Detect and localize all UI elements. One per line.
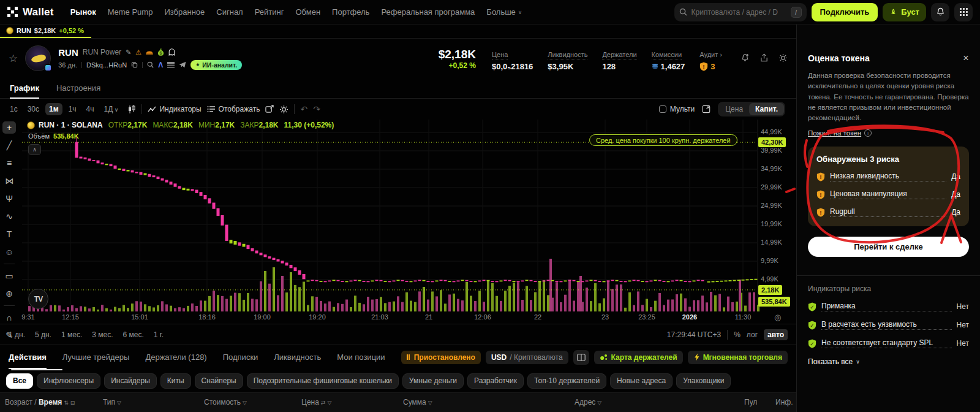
share-icon[interactable] — [760, 53, 769, 63]
text-tool[interactable]: T — [2, 228, 16, 240]
edit-icon[interactable]: ✎ — [126, 49, 131, 56]
filter-chip[interactable]: Подозрительные фишинговые кошельки — [247, 373, 399, 389]
filter-chip[interactable]: Упаковщики — [676, 373, 731, 389]
watchlist-star-icon[interactable]: ☆ — [9, 52, 18, 65]
candle-style-button[interactable] — [127, 105, 136, 114]
column-header-Пул[interactable]: Пул — [744, 398, 757, 406]
close-icon[interactable]: × — [963, 53, 969, 63]
filter-chip[interactable]: Топ-10 держателей — [527, 373, 606, 389]
nav-item-Рейтинг[interactable]: Рейтинг — [255, 7, 284, 17]
token-tab-run[interactable]: RUN $2,18K +0,52 % — [0, 25, 91, 38]
nav-item-Реферальная программа[interactable]: Реферальная программа — [381, 7, 475, 17]
notifications-button[interactable] — [931, 3, 949, 21]
token-address[interactable]: DSkq...HRuN — [86, 61, 127, 69]
channels-tool[interactable]: ≡ — [2, 157, 16, 169]
pitchfork-tool[interactable]: Ψ — [2, 193, 16, 205]
go-to-trade-button[interactable]: Перейти к сделке — [808, 237, 969, 257]
range-5 дн.[interactable]: 5 дн. — [35, 330, 51, 339]
nav-item-Рынок[interactable]: Рынок — [70, 7, 96, 17]
currency-toggle[interactable]: USD / Криптовалюта — [486, 351, 568, 364]
bottom-tab-Держатели (128)[interactable]: Держатели (128) — [145, 345, 206, 369]
tab-Настроения[interactable]: Настроения — [56, 78, 100, 98]
timeframe-1м[interactable]: 1м — [45, 103, 62, 115]
emoji-tool[interactable]: ☺ — [2, 246, 16, 258]
toggle-cap[interactable]: Капит. — [749, 103, 784, 115]
indicator-label[interactable]: Не соответствует стандарту SPL — [821, 338, 952, 348]
instant-trade-button[interactable]: Мгновенная торговля — [688, 351, 788, 364]
reset-scale-icon[interactable]: ◎ — [774, 313, 781, 322]
undo-button[interactable]: ↶ — [300, 104, 307, 114]
indicator-label[interactable]: В расчетах есть уязвимость — [821, 320, 952, 330]
ghost-icon[interactable] — [168, 48, 175, 56]
ai-analyst-badge[interactable]: ★ ИИ-аналит. — [190, 60, 242, 70]
layout-toggle-button[interactable] — [573, 350, 589, 365]
filter-chip[interactable]: Инсайдеры — [104, 373, 157, 389]
timeframe-30с[interactable]: 30с — [24, 103, 43, 115]
xabcd-pattern-tool[interactable]: ⋈ — [2, 175, 16, 187]
boost-button[interactable]: Буст — [883, 3, 926, 21]
column-header-Время[interactable]: Возраст / Время⇅⊟ — [5, 398, 75, 406]
nav-item-Meme Pump[interactable]: Meme Pump — [108, 7, 153, 17]
paused-badge[interactable]: Приостановлено — [401, 351, 481, 364]
range-1 г.[interactable]: 1 г. — [154, 330, 164, 339]
zoom-in-tool[interactable]: ⊕ — [2, 288, 16, 300]
nav-item-Обмен[interactable]: Обмен — [295, 7, 320, 17]
brush-tool[interactable]: ∿ — [2, 210, 16, 223]
risk-label[interactable]: Ценовая манипуляция — [830, 189, 946, 199]
export-chart-button[interactable] — [265, 105, 274, 113]
filter-chip[interactable]: Снайперы — [195, 373, 243, 389]
trendline-tool[interactable]: ╱ — [2, 139, 16, 151]
axiom-icon[interactable]: Λ — [158, 61, 163, 69]
indicators-button[interactable]: Индикаторы — [148, 105, 201, 113]
holder-map-button[interactable]: Карта держателей — [594, 351, 683, 364]
filter-chip[interactable]: Умные деньги — [402, 373, 464, 389]
telegram-icon[interactable] — [179, 61, 186, 68]
nav-item-Больше[interactable]: Больше∨ — [486, 7, 522, 17]
timeframe-1Д[interactable]: 1Д ∨ — [100, 103, 122, 115]
crosshair-tool[interactable]: + — [2, 121, 16, 134]
chart-site-icon[interactable] — [167, 62, 175, 68]
fullscreen-icon[interactable] — [702, 105, 710, 113]
candlestick-chart[interactable] — [0, 120, 796, 311]
show-all-link[interactable]: Показать все ∨ — [808, 357, 969, 366]
horizontal-scrollbar[interactable] — [11, 369, 62, 370]
column-header-Тип[interactable]: Тип▽ — [103, 398, 121, 406]
clock-utc[interactable]: 17:29:44 UTC+3 — [667, 330, 721, 339]
copy-icon[interactable] — [131, 61, 138, 68]
bottom-tab-Ликвидность[interactable]: Ликвидность — [274, 345, 321, 369]
filter-chip[interactable]: Новые адреса — [610, 373, 673, 389]
risk-label[interactable]: Rugpull — [830, 207, 946, 217]
bottom-tab-Подписки[interactable]: Подписки — [223, 345, 258, 369]
bottom-tab-Мои позиции[interactable]: Мои позиции — [337, 345, 385, 369]
timeframe-4ч[interactable]: 4ч — [83, 103, 98, 115]
alert-add-icon[interactable] — [741, 53, 750, 63]
timeframe-1с[interactable]: 1с — [6, 103, 21, 115]
stat-label[interactable]: Аудит › — [699, 51, 722, 59]
range-1 мес.[interactable]: 1 мес. — [61, 330, 82, 339]
range-6 мес.[interactable]: 6 мес. — [123, 330, 144, 339]
collapse-legend-button[interactable]: ∧ — [28, 144, 41, 155]
bottom-tab-Действия[interactable]: Действия — [9, 345, 47, 369]
percent-scale-button[interactable]: % — [734, 330, 741, 339]
tab-График[interactable]: График — [10, 78, 39, 98]
column-header-Сумма[interactable]: Сумма▽ — [403, 398, 432, 406]
cap-icon[interactable] — [146, 49, 153, 55]
timeframe-1ч[interactable]: 1ч — [65, 103, 80, 115]
filter-chip[interactable]: Инфлюенсеры — [37, 373, 100, 389]
token-search-icon[interactable] — [147, 61, 154, 68]
indicator-label[interactable]: Приманка — [821, 302, 952, 311]
multi-checkbox[interactable]: Мульти — [659, 105, 695, 113]
okx-wallet-logo[interactable]: Wallet — [7, 6, 54, 18]
column-header-Инф.[interactable]: Инф. — [775, 398, 793, 406]
column-header-Цена[interactable]: Цена⇄▽ — [301, 398, 331, 406]
bottom-tab-Лучшие трейдеры[interactable]: Лучшие трейдеры — [62, 345, 130, 369]
auto-scale-button[interactable]: авто — [764, 329, 788, 340]
filter-chip[interactable]: Разработчик — [467, 373, 524, 389]
apps-grid-button[interactable] — [954, 3, 973, 21]
column-header-Адрес[interactable]: Адрес▽ — [575, 398, 601, 406]
chart-settings-button[interactable] — [279, 105, 288, 114]
money-bag-icon[interactable]: $ — [157, 48, 164, 56]
toggle-price[interactable]: Цена — [719, 103, 749, 115]
ruler-tool[interactable]: ▭ — [2, 270, 16, 282]
column-header-Стоимость[interactable]: Стоимость▽ — [204, 398, 247, 406]
